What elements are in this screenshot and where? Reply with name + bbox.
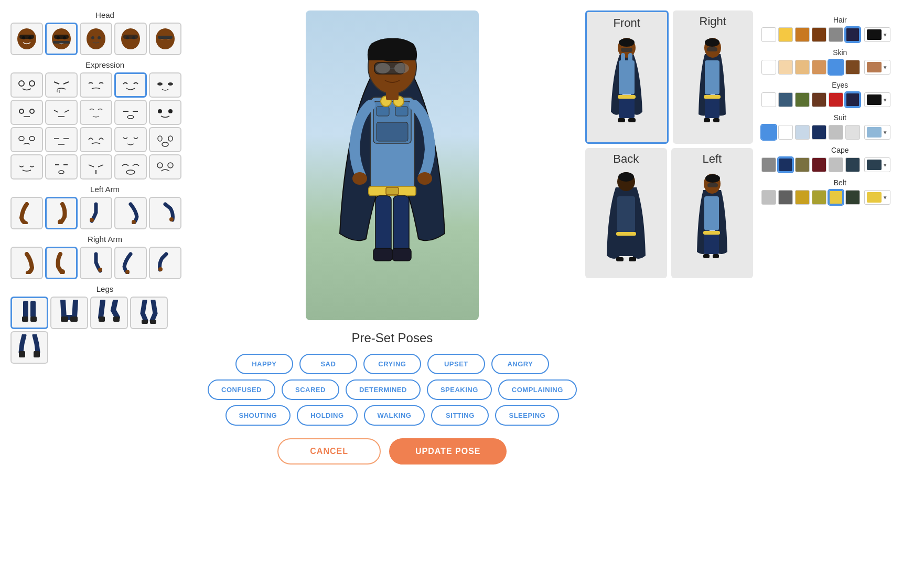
suit-swatch-2[interactable]: [795, 125, 810, 140]
eyes-swatch-1[interactable]: [778, 92, 793, 107]
expr-13[interactable]: [114, 127, 147, 152]
left-arm-3[interactable]: [114, 197, 147, 229]
expr-16[interactable]: [45, 154, 78, 180]
expr-7[interactable]: [80, 100, 112, 125]
expr-1[interactable]: [45, 72, 78, 98]
cape-swatch-2[interactable]: [795, 157, 810, 172]
hair-color-dropdown[interactable]: ▼: [864, 27, 890, 42]
skin-swatch-3[interactable]: [812, 60, 826, 75]
pose-walking[interactable]: WALKING: [364, 405, 425, 426]
suit-swatch-3[interactable]: [812, 125, 826, 140]
eyes-swatch-5[interactable]: [845, 92, 860, 107]
eyes-color-dropdown[interactable]: ▼: [864, 92, 890, 107]
legs-2[interactable]: [90, 297, 128, 329]
expr-8[interactable]: [114, 100, 147, 125]
pose-speaking[interactable]: SPEAKING: [427, 379, 492, 400]
eyes-swatch-4[interactable]: [829, 92, 843, 107]
view-left[interactable]: Left: [671, 148, 753, 278]
expr-2[interactable]: [80, 72, 112, 98]
head-option-0[interactable]: [10, 23, 43, 55]
expr-10[interactable]: [10, 127, 43, 152]
pose-complaining[interactable]: COMPLAINING: [498, 379, 577, 400]
skin-swatch-1[interactable]: [778, 60, 793, 75]
skin-swatch-5[interactable]: [845, 60, 860, 75]
right-arm-1[interactable]: [45, 247, 78, 279]
pose-sleeping[interactable]: SLEEPING: [495, 405, 559, 426]
expr-11[interactable]: [45, 127, 78, 152]
legs-0[interactable]: [10, 297, 48, 329]
head-option-4[interactable]: [149, 23, 181, 55]
expr-17[interactable]: [80, 154, 112, 180]
cape-swatch-1[interactable]: [778, 157, 793, 172]
hair-swatch-2[interactable]: [795, 27, 810, 42]
expr-6[interactable]: [45, 100, 78, 125]
cape-swatch-4[interactable]: [829, 157, 843, 172]
legs-4[interactable]: [10, 331, 48, 364]
expr-19[interactable]: [149, 154, 181, 180]
update-pose-button[interactable]: UPDATE POSE: [389, 438, 507, 465]
legs-3[interactable]: [130, 297, 168, 329]
pose-upset[interactable]: UPSET: [427, 354, 485, 374]
pose-determined[interactable]: DETERMINED: [346, 379, 421, 400]
suit-swatch-1[interactable]: [778, 125, 793, 140]
view-right[interactable]: Right: [673, 10, 753, 144]
skin-swatch-2[interactable]: [795, 60, 810, 75]
suit-swatch-5[interactable]: [845, 125, 860, 140]
cape-swatch-3[interactable]: [812, 157, 826, 172]
pose-sitting[interactable]: SITTING: [431, 405, 489, 426]
pose-angry[interactable]: ANGRY: [491, 354, 549, 374]
hair-swatch-1[interactable]: [778, 27, 793, 42]
skin-swatch-0[interactable]: [761, 60, 776, 75]
expr-0[interactable]: [10, 72, 43, 98]
expr-5[interactable]: [10, 100, 43, 125]
expr-15[interactable]: [10, 154, 43, 180]
pose-crying[interactable]: CRYING: [363, 354, 421, 374]
left-arm-1[interactable]: [45, 197, 78, 229]
hair-swatch-0[interactable]: [761, 27, 776, 42]
left-arm-2[interactable]: [80, 197, 112, 229]
view-back[interactable]: Back: [585, 148, 667, 278]
eyes-swatch-0[interactable]: [761, 92, 776, 107]
suit-color-dropdown[interactable]: ▼: [864, 125, 890, 140]
cape-swatch-5[interactable]: [845, 157, 860, 172]
pose-happy[interactable]: HAPPY: [235, 354, 293, 374]
expr-12[interactable]: [80, 127, 112, 152]
hair-swatch-3[interactable]: [812, 27, 826, 42]
pose-scared[interactable]: SCARED: [282, 379, 339, 400]
skin-swatch-4[interactable]: [829, 60, 843, 75]
expr-9[interactable]: [149, 100, 181, 125]
pose-confused[interactable]: CONFUSED: [208, 379, 275, 400]
belt-swatch-5[interactable]: [845, 190, 860, 205]
suit-swatch-4[interactable]: [829, 125, 843, 140]
cape-color-dropdown[interactable]: ▼: [864, 157, 890, 172]
pose-holding[interactable]: HOLDING: [297, 405, 357, 426]
expr-14[interactable]: [149, 127, 181, 152]
right-arm-3[interactable]: [114, 247, 147, 279]
belt-swatch-2[interactable]: [795, 190, 810, 205]
cape-swatch-0[interactable]: [761, 157, 776, 172]
legs-1[interactable]: [50, 297, 88, 329]
right-arm-4[interactable]: [149, 247, 181, 279]
right-arm-2[interactable]: [80, 247, 112, 279]
view-front[interactable]: Front: [585, 10, 669, 144]
eyes-swatch-2[interactable]: [795, 92, 810, 107]
expr-3[interactable]: [114, 72, 147, 98]
suit-swatch-0[interactable]: [761, 125, 776, 140]
hair-swatch-5[interactable]: [845, 27, 860, 42]
skin-color-dropdown[interactable]: ▼: [864, 60, 890, 75]
left-arm-0[interactable]: [10, 197, 43, 229]
expr-18[interactable]: [114, 154, 147, 180]
eyes-swatch-3[interactable]: [812, 92, 826, 107]
head-option-1[interactable]: [45, 23, 78, 55]
hair-swatch-4[interactable]: [829, 27, 843, 42]
head-option-3[interactable]: [114, 23, 147, 55]
cancel-button[interactable]: CANCEL: [277, 438, 381, 465]
pose-shouting[interactable]: SHOUTING: [225, 405, 291, 426]
head-option-2[interactable]: [80, 23, 112, 55]
left-arm-4[interactable]: [149, 197, 181, 229]
pose-sad[interactable]: SAD: [299, 354, 357, 374]
belt-swatch-3[interactable]: [812, 190, 826, 205]
right-arm-0[interactable]: [10, 247, 43, 279]
belt-swatch-0[interactable]: [761, 190, 776, 205]
belt-swatch-1[interactable]: [778, 190, 793, 205]
